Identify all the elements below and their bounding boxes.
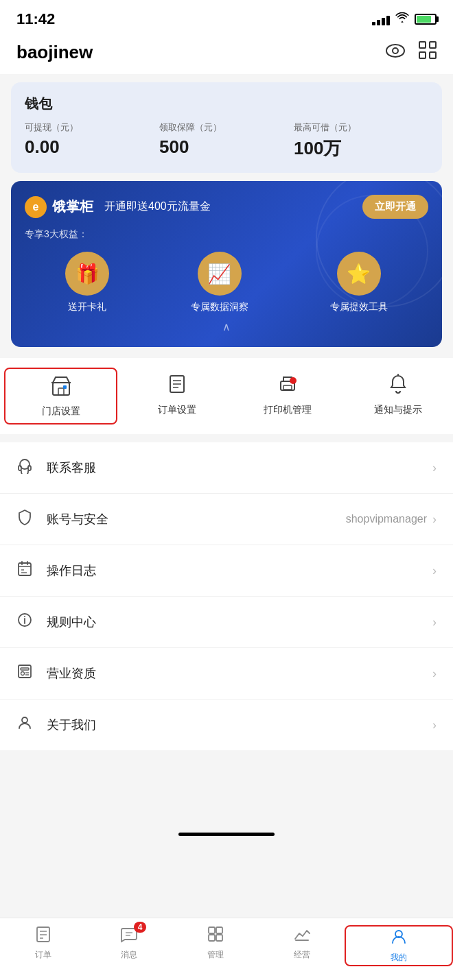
wallet-label-0: 可提现（元）	[25, 121, 159, 134]
svg-rect-5	[430, 52, 436, 58]
promo-subtitle: 专享3大权益：	[25, 228, 428, 241]
svg-rect-6	[53, 383, 69, 395]
svg-rect-8	[63, 385, 67, 389]
promo-benefit-0[interactable]: 🎁 送开卡礼	[65, 252, 109, 313]
nav-label-orders: 订单	[35, 949, 51, 961]
menu-label-operation-log: 操作日志	[47, 562, 427, 579]
settings-item-store[interactable]: 门店设置	[4, 368, 117, 425]
svg-rect-20	[19, 563, 31, 575]
nav-item-messages[interactable]: 4 消息	[86, 925, 173, 966]
mine-icon	[390, 928, 408, 950]
chevron-right-icon-1: ›	[432, 512, 437, 527]
menu-section: 联系客服 › 账号与安全 shopvipmanager ›	[0, 442, 453, 750]
promo-desc: 开通即送400元流量金	[104, 200, 211, 214]
settings-label-1: 订单设置	[158, 404, 196, 416]
license-icon	[16, 663, 41, 684]
status-bar: 11:42	[0, 0, 453, 34]
menu-item-rules[interactable]: 规则中心 ›	[0, 597, 453, 648]
menu-item-about[interactable]: 关于我们 ›	[0, 700, 453, 750]
settings-item-order[interactable]: 订单设置	[121, 363, 232, 429]
messages-badge: 4	[134, 922, 147, 933]
shield-icon	[16, 509, 41, 529]
calendar-icon	[16, 560, 41, 581]
nav-item-mine[interactable]: 我的	[345, 925, 453, 966]
promo-benefit-icon-2: ⭐	[337, 252, 381, 296]
svg-point-15	[290, 377, 297, 384]
wallet-item-withdraw[interactable]: 可提现（元） 0.00	[25, 121, 159, 160]
nav-item-orders[interactable]: 订单	[0, 925, 86, 966]
wifi-icon	[395, 12, 409, 27]
menu-label-account-security: 账号与安全	[47, 511, 346, 527]
eye-icon[interactable]	[386, 43, 405, 62]
wallet-value-2: 100万	[294, 136, 428, 160]
settings-label-0: 门店设置	[42, 405, 80, 418]
store-icon	[50, 374, 72, 401]
wallet-title: 钱包	[25, 95, 428, 113]
bottom-nav: 订单 4 消息 管理	[0, 918, 453, 980]
wallet-value-1: 500	[159, 136, 294, 158]
promo-brand-name: 饿掌柜	[52, 198, 93, 216]
menu-label-rules: 规则中心	[47, 614, 427, 630]
scan-icon[interactable]	[419, 41, 437, 63]
chevron-right-icon-4: ›	[432, 667, 437, 681]
promo-benefits: 🎁 送开卡礼 📈 专属数据洞察 ⭐ 专属提效工具	[25, 252, 428, 313]
svg-rect-2	[419, 42, 426, 48]
svg-point-1	[393, 48, 398, 53]
svg-point-28	[24, 616, 25, 617]
settings-label-2: 打印机管理	[264, 404, 312, 416]
menu-item-customer-service[interactable]: 联系客服 ›	[0, 442, 453, 494]
svg-point-34	[22, 717, 27, 723]
messages-icon: 4	[120, 925, 138, 947]
nav-label-manage: 管理	[207, 949, 224, 961]
promo-open-button[interactable]: 立即开通	[362, 195, 428, 219]
printer-icon	[277, 373, 299, 400]
menu-item-operation-log[interactable]: 操作日志 ›	[0, 545, 453, 597]
promo-benefit-2[interactable]: ⭐ 专属提效工具	[330, 252, 388, 313]
promo-benefit-icon-1: 📈	[198, 252, 242, 296]
svg-point-31	[21, 672, 25, 676]
wallet-item-guarantee[interactable]: 领取保障（元） 500	[159, 121, 294, 160]
nav-item-manage[interactable]: 管理	[172, 925, 259, 966]
svg-rect-43	[209, 935, 215, 941]
wallet-label-1: 领取保障（元）	[159, 121, 294, 134]
bell-icon	[387, 373, 409, 400]
nav-item-business[interactable]: 经营	[259, 925, 345, 966]
header-actions	[386, 41, 437, 63]
promo-benefit-1[interactable]: 📈 专属数据洞察	[191, 252, 248, 313]
menu-item-account-security[interactable]: 账号与安全 shopvipmanager ›	[0, 494, 453, 545]
menu-label-about: 关于我们	[47, 717, 427, 733]
wallet-card: 钱包 可提现（元） 0.00 领取保障（元） 500 最高可借（元） 100万	[11, 82, 442, 173]
promo-collapse-icon[interactable]: ∧	[25, 320, 428, 333]
svg-rect-7	[58, 388, 64, 395]
promo-benefit-label-1: 专属数据洞察	[191, 301, 248, 313]
menu-value-account-security: shopvipmanager	[346, 513, 427, 525]
info-icon	[16, 612, 41, 632]
about-icon	[16, 715, 41, 735]
promo-top: e 饿掌柜 开通即送400元流量金 立即开通	[25, 195, 428, 219]
svg-rect-45	[295, 940, 309, 941]
home-indicator	[178, 833, 275, 836]
settings-item-notification[interactable]: 通知与提示	[342, 363, 453, 429]
nav-label-mine: 我的	[391, 952, 407, 964]
business-icon	[293, 925, 311, 947]
wallet-items: 可提现（元） 0.00 领取保障（元） 500 最高可借（元） 100万	[25, 121, 428, 160]
settings-grid: 门店设置 订单设置 打印机管理	[0, 358, 453, 434]
settings-item-printer[interactable]: 打印机管理	[232, 363, 342, 429]
svg-rect-41	[209, 927, 215, 933]
settings-label-3: 通知与提示	[374, 404, 422, 416]
menu-item-business-license[interactable]: 营业资质 ›	[0, 648, 453, 700]
svg-rect-30	[21, 668, 29, 670]
svg-rect-3	[430, 42, 436, 48]
chevron-right-icon-5: ›	[432, 718, 437, 732]
chevron-right-icon-2: ›	[432, 564, 437, 578]
app-title: baojinew	[16, 42, 93, 63]
svg-rect-44	[216, 935, 222, 941]
manage-icon	[207, 925, 224, 947]
battery-icon	[415, 14, 437, 25]
status-time: 11:42	[16, 10, 55, 28]
promo-banner[interactable]: e 饿掌柜 开通即送400元流量金 立即开通 专享3大权益： 🎁 送开卡礼 📈 …	[11, 181, 442, 347]
wallet-item-borrow[interactable]: 最高可借（元） 100万	[294, 121, 428, 160]
promo-benefit-label-0: 送开卡礼	[68, 301, 106, 313]
svg-point-0	[386, 45, 404, 57]
promo-logo: e	[25, 196, 47, 218]
